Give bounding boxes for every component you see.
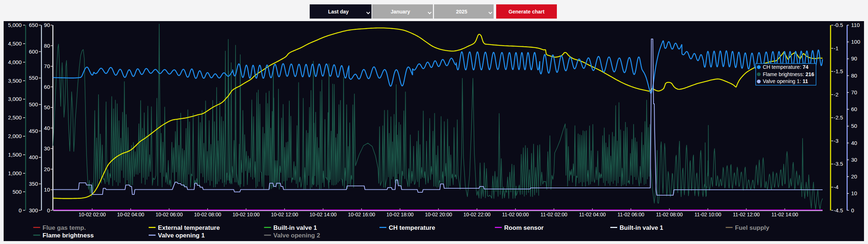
svg-text:11-02 10:00: 11-02 10:00 [695,212,722,217]
svg-text:20: 20 [44,166,50,172]
svg-text:10-02 12:00: 10-02 12:00 [271,212,298,217]
svg-text:Flame brightness: Flame brightness [43,232,94,239]
svg-text:11-02 02:00: 11-02 02:00 [541,212,567,217]
svg-text:50: 50 [44,104,50,110]
svg-text:2,500: 2,500 [8,114,22,121]
svg-text:400: 400 [29,154,38,160]
svg-text:Valve opening 1: Valve opening 1 [158,232,205,239]
svg-text:10-02 16:00: 10-02 16:00 [348,212,375,217]
svg-text:11-02 04:00: 11-02 04:00 [579,212,606,217]
svg-text:300: 300 [29,207,38,213]
svg-text:11-02 14:00: 11-02 14:00 [771,212,798,217]
svg-text:-1.5: -1.5 [834,68,843,74]
svg-text:0: 0 [19,207,21,213]
svg-text:3,500: 3,500 [8,78,22,84]
svg-text:20: 20 [851,173,857,180]
svg-text:80: 80 [44,43,50,49]
svg-text:550: 550 [29,75,38,81]
svg-text:1,500: 1,500 [8,151,22,158]
svg-text:11-02 06:00: 11-02 06:00 [618,212,644,217]
svg-text:-4: -4 [834,184,839,190]
svg-text:10: 10 [44,186,50,193]
svg-text:60: 60 [851,106,857,112]
svg-text:Fuel supply: Fuel supply [735,224,769,231]
svg-text:Flame brightness: 216: Flame brightness: 216 [763,71,815,77]
svg-text:10-02 10:00: 10-02 10:00 [233,212,260,217]
svg-text:40: 40 [44,125,50,131]
svg-text:3,000: 3,000 [8,96,22,102]
svg-text:100: 100 [851,39,860,45]
svg-text:-3.5: -3.5 [834,161,843,167]
svg-text:Valve opening 1: 11: Valve opening 1: 11 [763,78,808,84]
svg-text:10-02 18:00: 10-02 18:00 [386,212,414,217]
svg-text:10-02 20:00: 10-02 20:00 [425,212,452,217]
svg-text:450: 450 [29,128,38,134]
svg-text:1,000: 1,000 [8,170,22,176]
svg-text:80: 80 [851,72,857,79]
svg-text:90: 90 [851,55,857,62]
svg-text:10-02 22:00: 10-02 22:00 [463,212,491,217]
svg-text:110: 110 [851,22,860,28]
svg-text:CH temperature: CH temperature [389,224,435,231]
svg-text:-3: -3 [834,138,839,144]
svg-text:CH temperature: 74: CH temperature: 74 [763,64,809,70]
svg-text:Flue gas temp.: Flue gas temp. [43,224,86,231]
svg-text:11-02 00:00: 11-02 00:00 [502,212,529,217]
svg-text:40: 40 [851,140,857,146]
svg-text:10-02 04:00: 10-02 04:00 [117,212,144,217]
svg-text:500: 500 [12,189,21,195]
svg-text:10-02 08:00: 10-02 08:00 [194,212,221,217]
svg-text:30: 30 [851,157,857,163]
svg-text:30: 30 [44,145,50,151]
svg-text:-4.5: -4.5 [834,207,843,213]
svg-text:Built-in valve 1: Built-in valve 1 [620,224,663,231]
svg-text:External temperature: External temperature [158,224,220,231]
svg-text:70: 70 [44,63,50,69]
svg-text:4,000: 4,000 [8,59,22,65]
svg-text:Valve opening 2: Valve opening 2 [273,232,320,239]
svg-text:500: 500 [29,101,38,107]
svg-text:-0.5: -0.5 [834,22,843,28]
svg-text:0: 0 [851,207,854,213]
svg-text:10-02 14:00: 10-02 14:00 [309,212,337,217]
svg-text:5,000: 5,000 [8,22,22,28]
svg-text:-2: -2 [834,91,839,98]
svg-text:10-02 06:00: 10-02 06:00 [156,212,183,217]
svg-text:-1: -1 [834,45,839,51]
svg-text:70: 70 [851,89,857,95]
svg-text:10: 10 [851,190,857,196]
svg-text:90: 90 [44,22,50,28]
svg-text:11-02 08:00: 11-02 08:00 [656,212,683,217]
svg-text:0: 0 [47,207,50,213]
svg-text:2,000: 2,000 [8,133,22,139]
svg-text:4,500: 4,500 [8,40,22,47]
svg-text:50: 50 [851,123,857,129]
svg-text:10-02 02:00: 10-02 02:00 [79,212,106,217]
svg-text:-2.5: -2.5 [834,114,843,121]
svg-text:650: 650 [29,22,38,28]
svg-text:Room sensor: Room sensor [504,224,544,231]
svg-text:350: 350 [29,181,38,187]
svg-text:60: 60 [44,84,50,90]
svg-text:Built-in valve 1: Built-in valve 1 [273,224,317,231]
svg-text:11-02 12:00: 11-02 12:00 [733,212,760,217]
svg-text:600: 600 [29,48,38,55]
